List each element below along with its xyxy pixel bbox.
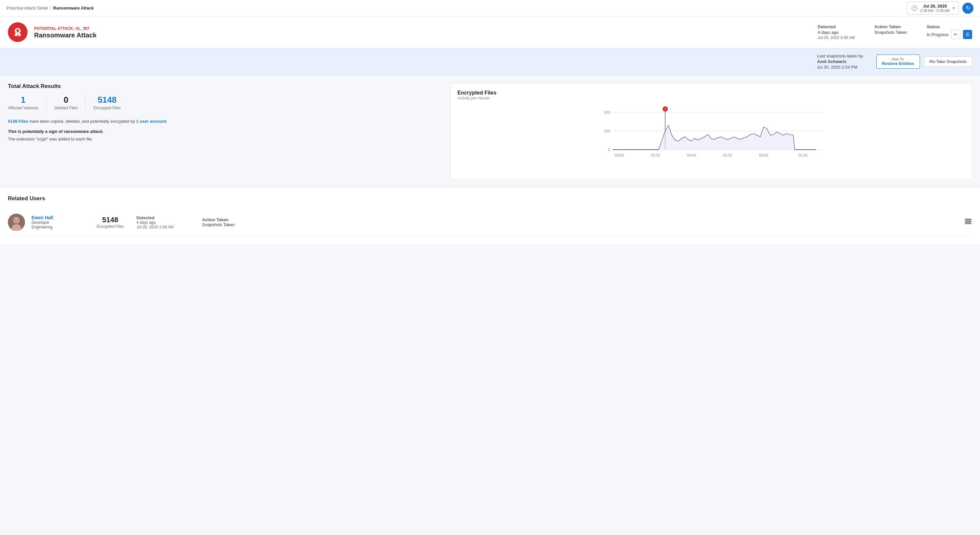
action-value: Snapshots Taken — [874, 30, 907, 35]
snapshot-actions: How To: Restore Entities Re-Take Snapsho… — [877, 54, 972, 69]
attack-icon — [8, 22, 27, 42]
chart-title: Encrypted Files — [457, 90, 965, 96]
right-panel: Encrypted Files Activity per minute 200 … — [450, 83, 972, 179]
attack-name: Ransomware Attack — [34, 32, 811, 39]
user-info: Ewen Hall Developer Engineering — [32, 215, 84, 230]
warning-text: This is potentially a sign of ransomware… — [8, 129, 442, 134]
chevron-down-icon: ▾ — [953, 6, 955, 11]
chart-container: Encrypted Files Activity per minute 200 … — [450, 83, 972, 179]
svg-point-20 — [13, 217, 20, 224]
svg-point-23 — [18, 219, 18, 220]
svg-text:!: ! — [665, 107, 666, 111]
date-range-button[interactable]: 🕐 Jul 26, 2020 2:38 AM - 5:38 AM ▾ — [907, 2, 959, 14]
retake-snapshots-button[interactable]: Re-Take Snapshots — [924, 56, 972, 67]
svg-rect-26 — [965, 223, 971, 224]
svg-text:05:30: 05:30 — [799, 153, 808, 157]
user-encrypted-value: 5148 — [102, 216, 118, 224]
detected-label: Detected — [818, 24, 855, 29]
desc-text2: . — [166, 119, 168, 124]
user-role: Developer — [32, 220, 84, 225]
user-name[interactable]: Ewen Hall — [32, 215, 84, 220]
restore-entities-label: Restore Entities — [882, 61, 915, 66]
svg-rect-25 — [965, 221, 971, 222]
svg-text:200: 200 — [604, 110, 610, 114]
deleted-files-stat: 0 Deleted Files — [46, 95, 85, 110]
breadcrumb: Potential Attack Detail / Ransomware Att… — [6, 6, 94, 11]
chart-subtitle: Activity per minute — [457, 96, 965, 101]
svg-text:03:00: 03:00 — [615, 153, 624, 157]
user-action: Action Taken Snapshots Taken — [202, 217, 261, 227]
status-label: Status — [927, 24, 972, 29]
encrypted-files-value: 5148 — [98, 95, 117, 105]
snapshot-info: Last snapshots taken by Amit Schwartz Ju… — [817, 53, 863, 70]
description-text: 5148 Files have been copied, deleted, an… — [8, 118, 442, 125]
status-value: In Progress — [927, 32, 948, 37]
detected-date: Jul 26, 2020 3:38 AM — [818, 35, 855, 40]
affected-volumes-stat: 1 Affected Volumes — [8, 95, 46, 110]
snapshot-date: Jul 30, 2020 2:54 PM — [817, 65, 863, 70]
snapshot-banner: Last snapshots taken by Amit Schwartz Ju… — [0, 48, 980, 75]
breadcrumb-parent: Potential Attack Detail — [6, 6, 48, 11]
table-row: Ewen Hall Developer Engineering 5148 Enc… — [8, 208, 972, 236]
how-to-label: How To: — [882, 57, 915, 61]
svg-text:03:30: 03:30 — [651, 153, 660, 157]
related-users-title: Related Users — [8, 195, 972, 202]
files-link[interactable]: 5148 Files — [8, 119, 28, 124]
detected-ago: 4 days ago — [818, 30, 855, 35]
attack-label-text: POTENTIAL ATTACK: — [34, 26, 74, 31]
list-view-button[interactable]: ☰ — [963, 30, 972, 39]
action-group: Action Taken Snapshots Taken — [874, 24, 907, 35]
breadcrumb-separator: / — [50, 6, 51, 11]
svg-text:04:30: 04:30 — [723, 153, 732, 157]
stats-row: 1 Affected Volumes 0 Deleted Files 5148 … — [8, 95, 442, 110]
affected-volumes-label: Affected Volumes — [8, 106, 38, 110]
affected-volumes-value: 1 — [21, 95, 25, 105]
attack-info: POTENTIAL ATTACK: AL_307 Ransomware Atta… — [34, 26, 811, 39]
extension-text: The extension "crypt" was added to each … — [8, 137, 442, 142]
encrypted-files-label: Encrypted Files — [94, 106, 121, 110]
user-account-link[interactable]: 1 user account — [136, 119, 166, 124]
svg-point-22 — [15, 219, 16, 220]
top-bar-right: 🕐 Jul 26, 2020 2:38 AM - 5:38 AM ▾ ↻ — [907, 2, 974, 14]
attack-label: POTENTIAL ATTACK: AL_307 — [34, 26, 811, 31]
top-bar: Potential Attack Detail / Ransomware Att… — [0, 0, 980, 16]
attack-meta: Detected 4 days ago Jul 26, 2020 3:38 AM… — [818, 24, 972, 40]
svg-text:0: 0 — [608, 148, 610, 152]
snapshot-by: Amit Schwartz — [817, 59, 863, 64]
left-panel: Total Attack Results 1 Affected Volumes … — [8, 83, 442, 179]
user-detected: Detected 4 days ago Jul 26, 2020 3:38 AM — [137, 215, 196, 230]
user-encrypted-label: Encrypted Files — [97, 224, 124, 229]
user-encrypted-stat: 5148 Encrypted Files — [91, 216, 130, 229]
chart-area: 200 100 0 03:00 03:30 04:00 04:30 05:00 … — [457, 106, 965, 172]
user-detected-label: Detected — [137, 215, 196, 220]
retake-label: Re-Take Snapshots — [929, 59, 967, 64]
date-sub: 2:38 AM - 5:38 AM — [920, 8, 950, 13]
encrypted-files-chart: 200 100 0 03:00 03:30 04:00 04:30 05:00 … — [457, 106, 965, 171]
user-action-value: Snapshots Taken — [202, 222, 261, 227]
status-group: Status In Progress ✏ ☰ — [927, 24, 972, 39]
refresh-button[interactable]: ↻ — [962, 3, 974, 14]
user-details-button[interactable] — [964, 217, 972, 227]
user-detected-date: Jul 26, 2020 3:38 AM — [137, 225, 196, 230]
related-users-section: Related Users Ewen Hall Developer Engine… — [0, 187, 980, 244]
date-main: Jul 26, 2020 — [920, 3, 950, 8]
snapshot-text1: Last snapshots taken by — [817, 53, 863, 58]
edit-button[interactable]: ✏ — [951, 30, 960, 39]
deleted-files-label: Deleted Files — [54, 106, 77, 110]
main-content: Total Attack Results 1 Affected Volumes … — [0, 75, 980, 187]
svg-rect-24 — [965, 219, 971, 220]
svg-point-2 — [17, 35, 18, 36]
action-label: Action Taken — [874, 24, 907, 29]
how-to-restore-button[interactable]: How To: Restore Entities — [877, 54, 920, 69]
clock-icon: 🕐 — [911, 5, 918, 11]
user-photo — [8, 214, 25, 231]
user-dept: Engineering — [32, 225, 84, 230]
attack-header: POTENTIAL ATTACK: AL_307 Ransomware Atta… — [0, 16, 980, 48]
desc-text1: have been copied, deleted, and potential… — [28, 119, 136, 124]
avatar — [8, 214, 25, 231]
svg-text:04:00: 04:00 — [687, 153, 696, 157]
details-icon — [964, 217, 972, 225]
user-action-label: Action Taken — [202, 217, 261, 222]
ransomware-icon — [12, 26, 24, 38]
breadcrumb-current: Ransomware Attack — [53, 6, 94, 11]
